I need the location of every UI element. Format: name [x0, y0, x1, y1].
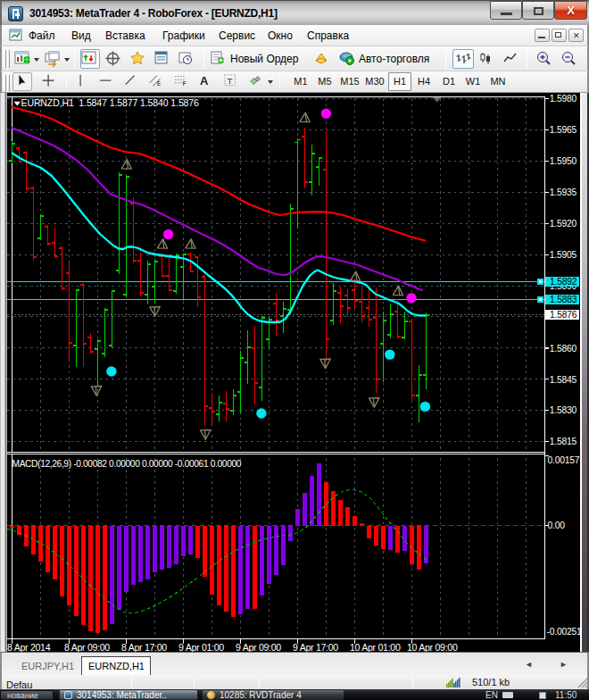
svg-text:9 Apr 09:00: 9 Apr 09:00 — [236, 642, 281, 652]
svg-text:0.00: 0.00 — [548, 521, 566, 530]
svg-text:1.5845: 1.5845 — [550, 375, 577, 385]
svg-text:9 Apr 01:00: 9 Apr 01:00 — [178, 642, 224, 652]
svg-text:8 Apr 17:00: 8 Apr 17:00 — [121, 642, 167, 652]
svg-text:1.5950: 1.5950 — [550, 156, 577, 166]
svg-text:8 Apr 09:00: 8 Apr 09:00 — [64, 642, 110, 652]
svg-text:F: F — [183, 80, 187, 87]
svg-text:1.5905: 1.5905 — [550, 250, 577, 260]
svg-text:1.5892: 1.5892 — [550, 277, 577, 287]
svg-text:1.5965: 1.5965 — [550, 125, 577, 135]
svg-text:8 Apr 2014: 8 Apr 2014 — [7, 642, 51, 652]
svg-text:1.5876: 1.5876 — [550, 310, 577, 320]
svg-text:1.5815: 1.5815 — [550, 437, 577, 446]
svg-text:T: T — [228, 76, 233, 86]
svg-text:MACD(12,26,9) -0.00082 0.00000: MACD(12,26,9) -0.00082 0.00000 0.00000 -… — [12, 459, 242, 469]
svg-text:9 Apr 17:00: 9 Apr 17:00 — [293, 642, 338, 652]
svg-text:0.00157: 0.00157 — [548, 455, 580, 465]
svg-text:-0.00251: -0.00251 — [547, 627, 583, 637]
svg-text:1.5830: 1.5830 — [550, 405, 577, 415]
svg-text:1.5883: 1.5883 — [550, 295, 577, 304]
svg-text:10 Apr 01:00: 10 Apr 01:00 — [350, 642, 401, 652]
svg-text:10 Apr 09:00: 10 Apr 09:00 — [407, 642, 458, 652]
svg-text:1.5980: 1.5980 — [550, 94, 577, 104]
svg-text:1.5920: 1.5920 — [550, 219, 577, 229]
svg-text:1.5935: 1.5935 — [550, 188, 577, 197]
svg-text:EURNZD,H1 1.5847 1.5877 1.584: EURNZD,H1 1.5847 1.5877 1.5840 1.5876 — [21, 97, 200, 108]
svg-text:E: E — [157, 80, 161, 87]
svg-text:1.5860: 1.5860 — [550, 344, 577, 354]
